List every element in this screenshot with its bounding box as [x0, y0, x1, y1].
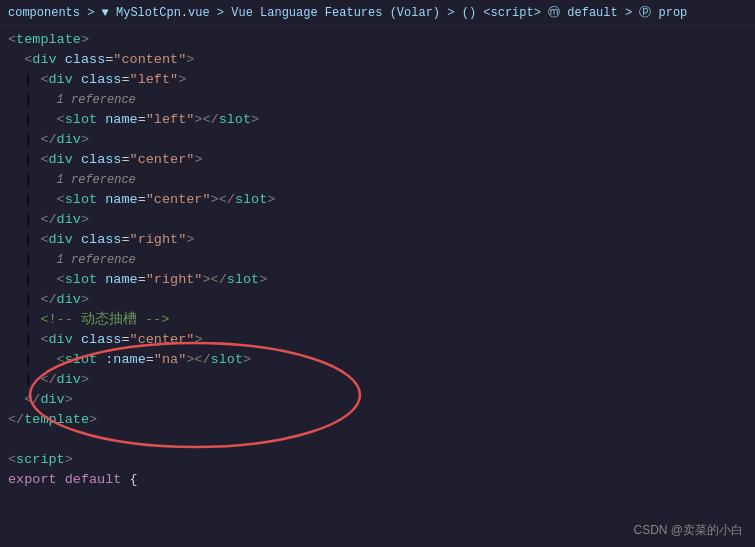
- code-line: | <slot name="right"></slot>: [0, 270, 755, 290]
- breadcrumb-text: components > ▼ MySlotCpn.vue > Vue Langu…: [8, 4, 687, 21]
- code-line: [0, 430, 755, 450]
- breadcrumb: components > ▼ MySlotCpn.vue > Vue Langu…: [0, 0, 755, 26]
- code-line: | 1 reference: [0, 170, 755, 190]
- code-line-highlighted: | <slot :name="na"></slot>: [0, 350, 755, 370]
- code-line: | <slot name="center"></slot>: [0, 190, 755, 210]
- code-line: <div class="content">: [0, 50, 755, 70]
- code-line: | <div class="right">: [0, 230, 755, 250]
- code-line: <script>: [0, 450, 755, 470]
- code-line: | </div>: [0, 370, 755, 390]
- code-line: <template>: [0, 30, 755, 50]
- code-line: | 1 reference: [0, 250, 755, 270]
- code-line: | </div>: [0, 210, 755, 230]
- code-line: | </div>: [0, 130, 755, 150]
- code-line: | <div class="center">: [0, 150, 755, 170]
- code-line: </div>: [0, 390, 755, 410]
- code-line: | <slot name="left"></slot>: [0, 110, 755, 130]
- code-line: | </div>: [0, 290, 755, 310]
- code-line: | <div class="left">: [0, 70, 755, 90]
- watermark: CSDN @卖菜的小白: [633, 522, 743, 539]
- code-line-highlighted: | <div class="center">: [0, 330, 755, 350]
- code-line: export default {: [0, 470, 755, 490]
- code-line: </template>: [0, 410, 755, 430]
- code-editor: <template> <div class="content"> | <div …: [0, 26, 755, 494]
- code-line: | <!-- 动态抽槽 -->: [0, 310, 755, 330]
- code-line: | 1 reference: [0, 90, 755, 110]
